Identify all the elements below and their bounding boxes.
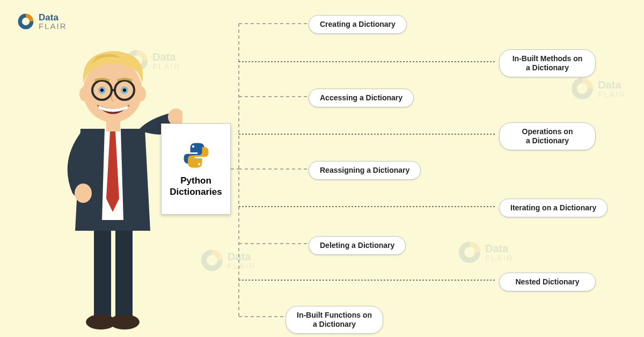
dataflair-logo-icon (16, 12, 35, 31)
watermark: DataFLAIR (456, 239, 514, 266)
svg-point-17 (192, 145, 194, 148)
topic-reassigning: Reassigning a Dictionary (309, 161, 421, 180)
svg-point-4 (75, 184, 92, 203)
brand-text: Data FLAIR (39, 13, 67, 30)
topic-inbuilt-functions: In-Built Functions on a Dictionary (286, 306, 383, 334)
python-icon (181, 141, 211, 170)
brand-text-top: Data (39, 13, 67, 22)
topic-creating: Creating a Dictionary (309, 15, 407, 34)
topic-inbuilt-methods: In-Built Methods on a Dictionary (499, 49, 596, 77)
brand-logo: Data FLAIR (16, 12, 67, 31)
svg-point-18 (197, 163, 200, 165)
topic-card: Python Dictionaries (161, 123, 231, 215)
brand-text-bottom: FLAIR (39, 22, 67, 30)
topic-operations: Operations on a Dictionary (499, 122, 596, 150)
topic-accessing: Accessing a Dictionary (309, 89, 414, 107)
svg-point-8 (79, 86, 90, 101)
topic-iterating: Iterating on a Dictionary (499, 199, 608, 217)
card-title: Python Dictionaries (170, 175, 222, 197)
svg-rect-0 (94, 220, 111, 317)
svg-point-15 (100, 89, 104, 92)
svg-point-3 (109, 314, 140, 329)
topic-deleting: Deleting a Dictionary (309, 236, 406, 255)
svg-point-16 (123, 89, 126, 92)
watermark: DataFLAIR (569, 75, 626, 102)
svg-point-9 (135, 86, 146, 101)
topic-nested: Nested Dictionary (499, 273, 596, 291)
svg-rect-1 (115, 220, 133, 317)
watermark: DataFLAIR (199, 247, 256, 274)
